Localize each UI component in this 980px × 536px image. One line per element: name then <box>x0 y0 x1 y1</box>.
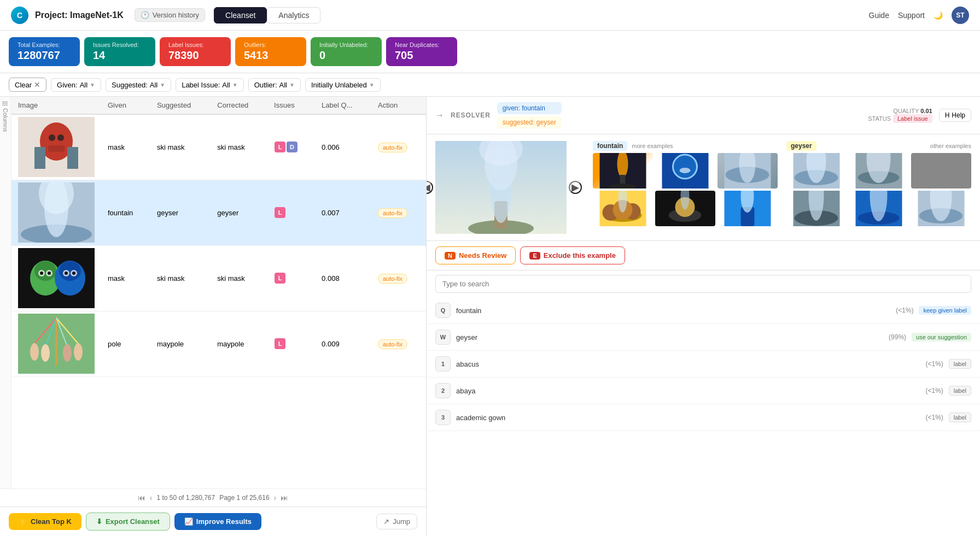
chevron-down-icon-5: ▼ <box>369 82 375 88</box>
svg-point-32 <box>41 344 50 362</box>
label-name: abacus <box>456 360 920 368</box>
gallery-thumb <box>786 191 847 226</box>
cell-suggested: maypole <box>150 311 211 376</box>
badge-l: L <box>275 207 285 218</box>
label-search-input[interactable] <box>435 275 971 293</box>
help-button[interactable]: H Help <box>939 109 971 122</box>
clean-top-k-button[interactable]: ⚡ Clean Top K <box>9 513 81 530</box>
project-title: Project: ImageNet-1K <box>35 10 124 20</box>
gallery-thumb <box>655 153 715 189</box>
columns-toggle[interactable]: ||| Columns <box>0 97 11 488</box>
improve-results-button[interactable]: 📈 Improve Results <box>174 513 261 530</box>
first-page-nav[interactable]: ⏮ <box>138 493 145 502</box>
table-row[interactable]: pole maypole maypole L 0.009 auto-fix <box>11 311 426 376</box>
header: C Project: ImageNet-1K 🕐 Version history… <box>0 0 980 31</box>
jump-input[interactable]: ↗ Jump <box>376 514 417 529</box>
clean-top-k-label: Clean Top K <box>31 517 72 526</box>
stat-near-duplicates[interactable]: Near Duplicates: 705 <box>386 37 457 66</box>
tag-suggested: suggested: geyser <box>497 116 562 128</box>
needs-review-button[interactable]: N Needs Review <box>435 246 516 264</box>
stat-label-issues[interactable]: Label Issues: 78390 <box>160 37 231 66</box>
app-logo: C <box>11 7 28 24</box>
outlier-filter-value: All <box>279 81 287 89</box>
exclude-button[interactable]: E Exclude this example <box>520 246 625 264</box>
suggested-filter-label: Suggested: <box>112 81 148 89</box>
given-filter-value: All <box>80 81 88 89</box>
col-given[interactable]: Given <box>101 97 150 114</box>
label-item[interactable]: 3 academic gown (<1%) label <box>427 404 980 431</box>
theme-toggle[interactable]: 🌙 <box>934 11 943 20</box>
label-item[interactable]: W geyser (99%) use our suggestion <box>427 324 980 351</box>
cell-action: auto-fix <box>371 180 426 245</box>
table-row[interactable]: mask ski mask ski mask LD 0.006 auto-fix <box>11 114 426 180</box>
svg-rect-26 <box>55 316 57 366</box>
clear-icon: ✕ <box>34 80 40 89</box>
tab-analytics[interactable]: Analytics <box>267 7 320 23</box>
version-history-button[interactable]: 🕐 Version history <box>135 8 205 22</box>
col-issues[interactable]: Issues <box>267 97 315 114</box>
label-item[interactable]: 1 abacus (<1%) label <box>427 351 980 378</box>
cell-given: mask <box>101 245 150 311</box>
auto-fix-badge[interactable]: auto-fix <box>378 143 407 152</box>
cell-corrected: maypole <box>211 311 267 376</box>
cell-suggested: ski mask <box>150 114 211 180</box>
gallery-thumb <box>849 191 909 226</box>
col-label-q[interactable]: Label Q... <box>315 97 371 114</box>
stat-unlabeled-label: Initially Unlabeled: <box>319 42 373 48</box>
label-issue-filter[interactable]: Label Issue: All ▼ <box>176 78 243 92</box>
gallery-left-label: fountain <box>593 141 627 151</box>
help-label: Help <box>952 111 965 119</box>
gallery-nav-left[interactable]: ◀ <box>427 181 433 194</box>
initially-unlabeled-filter[interactable]: Initially Unlabeled ▼ <box>305 78 381 92</box>
last-page-nav[interactable]: ⏭ <box>281 493 288 502</box>
label-name: fountain <box>456 307 890 315</box>
gallery-thumb <box>718 153 778 189</box>
col-action[interactable]: Action <box>371 97 426 114</box>
cell-label-q: 0.009 <box>315 311 371 376</box>
label-item[interactable]: Q fountain (<1%) keep given label <box>427 297 980 324</box>
prev-page-nav[interactable]: ‹ <box>150 493 153 502</box>
outlier-filter[interactable]: Outlier: All ▼ <box>248 78 301 92</box>
export-cleanset-button[interactable]: ⬇ Export Cleanset <box>86 513 170 531</box>
given-filter[interactable]: Given: All ▼ <box>51 78 101 92</box>
col-suggested[interactable]: Suggested <box>150 97 211 114</box>
cell-suggested: ski mask <box>150 245 211 311</box>
stat-initially-unlabeled[interactable]: Initially Unlabeled: 0 <box>311 37 382 66</box>
stat-outliers[interactable]: Outliers: 5413 <box>235 37 306 66</box>
resolver-label: RESOLVER <box>451 111 491 119</box>
table-row[interactable]: fountain geyser geyser L 0.007 auto-fix <box>11 180 426 245</box>
support-link[interactable]: Support <box>898 11 925 20</box>
next-page-nav[interactable]: › <box>274 493 277 502</box>
auto-fix-badge[interactable]: auto-fix <box>378 274 407 284</box>
data-table: Image Given Suggested Corrected Issues L… <box>11 97 426 488</box>
improve-results-label: Improve Results <box>196 517 252 526</box>
svg-point-47 <box>680 168 691 173</box>
cell-issues: L <box>267 311 315 376</box>
tab-cleanset[interactable]: Cleanset <box>214 7 267 23</box>
version-history-label: Version history <box>153 11 199 19</box>
header-right: Guide Support 🌙 ST <box>869 7 969 24</box>
guide-link[interactable]: Guide <box>869 11 889 20</box>
label-item[interactable]: 2 abaya (<1%) label <box>427 378 980 404</box>
table-row[interactable]: mask ski mask ski mask L 0.008 auto-fix <box>11 245 426 311</box>
stat-issues-resolved[interactable]: Issues Resolved: 14 <box>84 37 155 66</box>
label-tag: label <box>949 386 971 396</box>
svg-point-23 <box>65 272 68 275</box>
quality-label: QUALITY <box>893 108 919 114</box>
svg-point-34 <box>63 344 72 362</box>
pagination-page: Page 1 of 25,616 <box>219 494 269 502</box>
gallery-left-header: fountain more examples <box>593 141 778 151</box>
suggested-filter[interactable]: Suggested: All ▼ <box>106 78 171 92</box>
label-key: 3 <box>435 410 451 425</box>
stat-total-examples[interactable]: Total Examples: 1280767 <box>9 37 80 66</box>
pagination: ⏮ ‹ 1 to 50 of 1,280,767 Page 1 of 25,61… <box>0 488 426 506</box>
label-name: geyser <box>456 333 883 341</box>
badge-l: L <box>275 338 285 349</box>
auto-fix-badge[interactable]: auto-fix <box>378 339 407 349</box>
clear-filter-button[interactable]: Clear ✕ <box>9 78 46 92</box>
jump-label: Jump <box>393 517 410 526</box>
avatar[interactable]: ST <box>952 7 969 24</box>
gallery-nav-right[interactable]: ▶ <box>569 181 582 194</box>
auto-fix-badge[interactable]: auto-fix <box>378 208 407 218</box>
col-corrected[interactable]: Corrected <box>211 97 267 114</box>
